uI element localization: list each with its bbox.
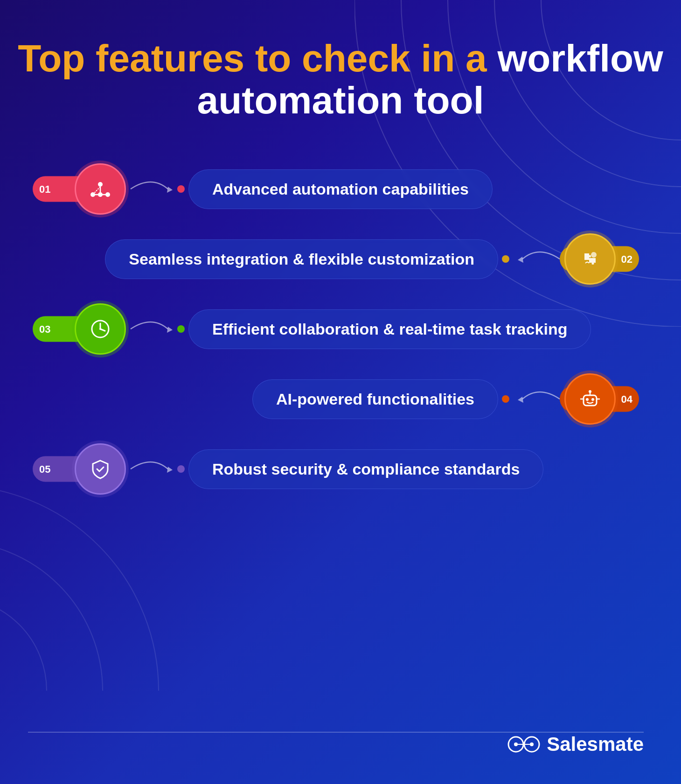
svg-marker-32 — [167, 467, 173, 473]
feature-row-3: 03 Ef — [28, 303, 653, 355]
icon-circle-2 — [564, 233, 616, 285]
feature-pill-4: AI-powered functionalities — [252, 379, 498, 419]
svg-point-8 — [98, 182, 103, 187]
background: Top features to check in a workflow auto… — [0, 0, 681, 784]
salesmate-logo-svg — [507, 733, 540, 756]
clock-icon — [88, 317, 112, 341]
dot-5 — [177, 465, 185, 473]
feature-pill-3: Efficient collaboration & real-time task… — [188, 309, 591, 349]
dot-2 — [502, 255, 509, 263]
feature-pill-5: Robust security & compliance standards — [188, 449, 543, 489]
feature-pill-2: Seamless integration & flexible customiz… — [105, 239, 498, 279]
svg-point-18 — [591, 252, 597, 258]
svg-point-5 — [0, 597, 47, 691]
badge-group-4: 04 — [564, 373, 616, 425]
icon-circle-1 — [75, 163, 126, 215]
title-orange-text: Top features to check in a — [18, 37, 487, 79]
arrow-svg-1 — [126, 170, 177, 208]
title-section: Top features to check in a workflow auto… — [0, 0, 681, 140]
svg-marker-17 — [518, 257, 523, 263]
svg-point-6 — [0, 541, 103, 691]
salesmate-logo: Salesmate — [507, 733, 644, 756]
features-container: 01 — [0, 149, 681, 495]
connector-1 — [126, 170, 177, 208]
salesmate-icon — [507, 733, 540, 756]
arrow-svg-5 — [126, 450, 177, 488]
robot-icon — [578, 387, 602, 411]
shield-icon — [88, 457, 112, 481]
salesmate-logo-text: Salesmate — [547, 733, 644, 756]
badge-group-5: 05 — [56, 443, 126, 495]
title-line1: Top features to check in a workflow — [0, 37, 681, 79]
connector-5 — [126, 450, 177, 488]
badge-group-3: 03 — [56, 303, 126, 355]
icon-circle-5 — [75, 443, 126, 495]
icon-circle-4 — [564, 373, 616, 425]
svg-point-35 — [514, 742, 518, 746]
svg-marker-24 — [518, 397, 523, 403]
feature-row-1: 01 — [28, 163, 653, 215]
network-icon — [88, 177, 112, 201]
connector-2 — [513, 240, 564, 278]
feature-row-2: Seamless integration & flexible customiz… — [28, 233, 653, 285]
arrow-svg-4 — [513, 380, 564, 418]
svg-marker-16 — [167, 187, 173, 193]
title-line2: automation tool — [0, 79, 681, 121]
svg-marker-23 — [167, 327, 173, 333]
feature-pill-1: Advanced automation capabilities — [188, 169, 493, 209]
svg-point-22 — [99, 328, 101, 330]
dot-3 — [177, 325, 185, 333]
integration-icon — [578, 247, 602, 271]
title-white-text: workflow — [497, 37, 663, 79]
svg-rect-25 — [584, 395, 597, 406]
svg-point-7 — [0, 485, 159, 691]
arrow-svg-3 — [126, 310, 177, 348]
dot-4 — [502, 395, 509, 403]
svg-point-36 — [530, 742, 534, 746]
feature-row-4: AI-powered functionalities — [28, 373, 653, 425]
svg-point-29 — [589, 390, 591, 393]
arrow-svg-2 — [513, 240, 564, 278]
svg-point-27 — [591, 398, 594, 401]
svg-point-26 — [586, 398, 589, 401]
dot-1 — [177, 185, 185, 193]
badge-group-2: 02 — [564, 233, 616, 285]
feature-row-5: 05 Robust security & compliance — [28, 443, 653, 495]
badge-group-1: 01 — [56, 163, 126, 215]
icon-circle-3 — [75, 303, 126, 355]
connector-4 — [513, 380, 564, 418]
connector-3 — [126, 310, 177, 348]
